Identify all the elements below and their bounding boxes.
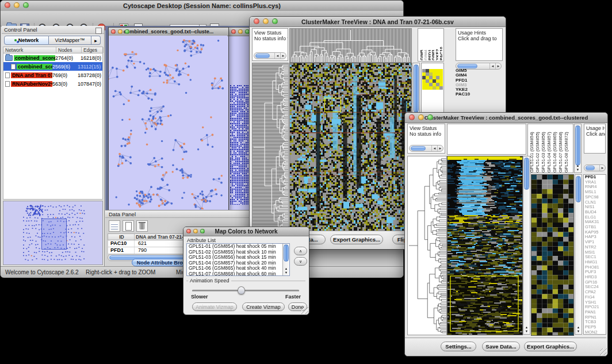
minimize-button[interactable] bbox=[263, 18, 269, 24]
export-graphics-button[interactable]: Export Graphics... bbox=[330, 235, 383, 244]
view-status-scrollbar[interactable]: ◄ ► bbox=[409, 145, 443, 152]
minimize-button[interactable] bbox=[193, 229, 198, 233]
network-table-row[interactable]: DNA and Tran 07769(0)183728(0) bbox=[3, 71, 102, 79]
treeview1-global-heatmap[interactable] bbox=[289, 63, 412, 232]
network-window-1-titlebar[interactable]: combined_scores_good.txt--cluste... bbox=[109, 28, 228, 36]
scroll-up-arrow[interactable]: ▲ bbox=[523, 325, 530, 329]
column-label[interactable]: GIM3 bbox=[431, 29, 434, 60]
scroll-right-arrow[interactable]: ► bbox=[280, 53, 286, 59]
save-data-button[interactable]: Save Data... bbox=[482, 342, 520, 351]
column-label[interactable]: GIM4 bbox=[423, 29, 427, 60]
treeview1-column-dendrogram[interactable] bbox=[289, 28, 412, 63]
treeview2-heatmap-vscrollbar[interactable]: ▲ ▼ bbox=[523, 156, 530, 335]
delete-attribute-trash-icon[interactable] bbox=[136, 220, 148, 232]
column-label[interactable]: YKE2 bbox=[435, 29, 438, 60]
dialog-titlebar[interactable]: Map Colors to Network bbox=[183, 227, 309, 236]
column-label[interactable]: GPL51-04 (GSM857) bbox=[546, 125, 552, 173]
close-button[interactable] bbox=[231, 29, 236, 34]
close-button[interactable] bbox=[409, 114, 415, 120]
zoom-button[interactable] bbox=[272, 18, 278, 24]
scroll-right-arrow[interactable]: ► bbox=[437, 145, 443, 151]
treeview2-zoom-heatmap[interactable] bbox=[531, 174, 574, 336]
tab-overflow-button[interactable]: ▶ bbox=[91, 36, 101, 45]
animate-vizmap-button[interactable]: Animate Vizmap bbox=[192, 302, 237, 311]
attribute-list[interactable]: ▲ ▼ GPL51-01 (GSM854) heat shock 05 minG… bbox=[186, 243, 290, 276]
scrollbar-thumb[interactable] bbox=[575, 125, 580, 166]
move-up-button[interactable]: ∧ bbox=[294, 247, 307, 255]
scroll-down-arrow[interactable]: ▼ bbox=[575, 168, 581, 172]
zoom-button[interactable] bbox=[125, 29, 129, 34]
attribute-table-icon[interactable] bbox=[109, 220, 120, 232]
zoom-button[interactable] bbox=[200, 229, 205, 233]
scrollbar-thumb[interactable] bbox=[576, 176, 581, 202]
column-label[interactable]: GPL51-02 (GSM855) bbox=[535, 125, 540, 173]
column-label[interactable]: PFD1 bbox=[427, 29, 431, 60]
column-header-network[interactable]: Network bbox=[3, 47, 56, 53]
column-header-nodes[interactable]: Nodes bbox=[56, 47, 82, 53]
network-table-row[interactable]: combined_sco2569(6)13112(15) bbox=[3, 62, 102, 71]
close-button[interactable] bbox=[111, 29, 116, 34]
view-status-scrollbar[interactable]: ◄ ► bbox=[254, 52, 286, 59]
speed-slider-track[interactable] bbox=[192, 290, 299, 292]
close-button[interactable] bbox=[186, 229, 191, 233]
main-titlebar[interactable]: Cytoscape Desktop (Session Name: collins… bbox=[1, 1, 403, 12]
scroll-up-arrow[interactable]: ▲ bbox=[283, 267, 289, 271]
attribute-list-item[interactable]: GPL51-07 (GSM868) heat shock 60 min bbox=[187, 271, 289, 277]
treeview1-titlebar[interactable]: ClusterMaker TreeView : DNA and Tran 07-… bbox=[250, 17, 506, 27]
minimize-button[interactable] bbox=[14, 2, 20, 8]
scroll-up-arrow[interactable]: ▲ bbox=[575, 325, 582, 329]
close-button[interactable] bbox=[5, 2, 10, 8]
network-overview-panel[interactable] bbox=[3, 201, 103, 265]
scroll-up-arrow[interactable]: ▲ bbox=[575, 164, 581, 168]
column-label[interactable]: GIM5 bbox=[419, 29, 423, 60]
network-table-row[interactable]: combined_scores2764(0)16218(0) bbox=[3, 53, 102, 62]
treeview2-column-dendrogram-area[interactable] bbox=[447, 124, 526, 155]
minimize-button[interactable] bbox=[238, 29, 243, 34]
scroll-down-arrow[interactable]: ▼ bbox=[283, 271, 289, 275]
scroll-right-arrow[interactable]: ► bbox=[599, 165, 605, 171]
usage-hints-scrollbar[interactable]: ► bbox=[584, 164, 606, 171]
tab-network[interactable]: Network bbox=[4, 36, 49, 45]
export-graphics-button[interactable]: Export Graphics... bbox=[524, 342, 577, 351]
treeview1-zoom-heatmap[interactable] bbox=[422, 69, 443, 90]
network-canvas[interactable] bbox=[109, 36, 227, 209]
settings-button[interactable]: Settings... bbox=[441, 342, 476, 351]
speed-slider-thumb[interactable] bbox=[238, 286, 245, 294]
column-label[interactable]: GPL51-07 (GSM868) bbox=[558, 125, 563, 173]
create-vizmap-button[interactable]: Create Vizmap bbox=[242, 302, 285, 311]
float-panel-icon[interactable] bbox=[95, 28, 102, 34]
treeview2-global-heatmap[interactable] bbox=[447, 156, 523, 335]
column-label[interactable]: GPL51-03 (GSM856) bbox=[541, 125, 546, 173]
scrollbar-thumb[interactable] bbox=[414, 64, 419, 113]
scroll-down-arrow[interactable]: ▼ bbox=[575, 329, 582, 334]
scroll-left-arrow[interactable]: ◄ bbox=[431, 145, 437, 151]
new-attribute-icon[interactable] bbox=[123, 220, 134, 232]
resize-grip[interactable] bbox=[301, 307, 308, 314]
tab-vizmapper[interactable]: VizMapper™ bbox=[49, 36, 91, 45]
treeview2-titlebar[interactable]: ClusterMaker TreeView : combined_scores_… bbox=[405, 113, 607, 123]
data-column-header[interactable]: ID bbox=[108, 234, 135, 240]
scrollbar-thumb[interactable] bbox=[284, 244, 289, 262]
scrollbar-thumb[interactable] bbox=[524, 158, 529, 190]
resize-grip[interactable] bbox=[600, 348, 607, 355]
column-label[interactable]: GPL51-06 (GSM865) bbox=[552, 125, 557, 173]
minimize-button[interactable] bbox=[418, 114, 424, 120]
zoom-button[interactable] bbox=[23, 2, 29, 8]
move-down-button[interactable]: ∨ bbox=[294, 257, 307, 266]
row-label[interactable]: MON2 bbox=[585, 330, 606, 335]
treeview2-row-dendrogram[interactable] bbox=[407, 156, 447, 335]
treeview2-collabel-scrollbar[interactable]: ▲ ▼ bbox=[574, 124, 582, 173]
treeview2-rowlabel-scrollbar[interactable]: ▲ ▼ bbox=[575, 174, 582, 335]
network-overview-canvas[interactable] bbox=[3, 201, 102, 265]
zoom-button[interactable] bbox=[427, 114, 433, 120]
scroll-left-arrow[interactable]: ◄ bbox=[489, 63, 495, 69]
column-label[interactable]: GPL51-08 (GSM872) bbox=[564, 125, 569, 173]
close-button[interactable] bbox=[254, 18, 259, 24]
scroll-down-arrow[interactable]: ▼ bbox=[523, 329, 530, 334]
column-header-edges[interactable]: Edges bbox=[82, 47, 104, 53]
scroll-right-arrow[interactable]: ► bbox=[495, 63, 501, 69]
row-label[interactable]: PAC10 bbox=[456, 92, 482, 97]
treeview1-row-dendrogram[interactable] bbox=[252, 63, 289, 232]
column-label[interactable]: PAC10 bbox=[439, 29, 442, 60]
network-table-row[interactable]: RNAPuberNov2+563(0)107847(0) bbox=[3, 79, 102, 88]
